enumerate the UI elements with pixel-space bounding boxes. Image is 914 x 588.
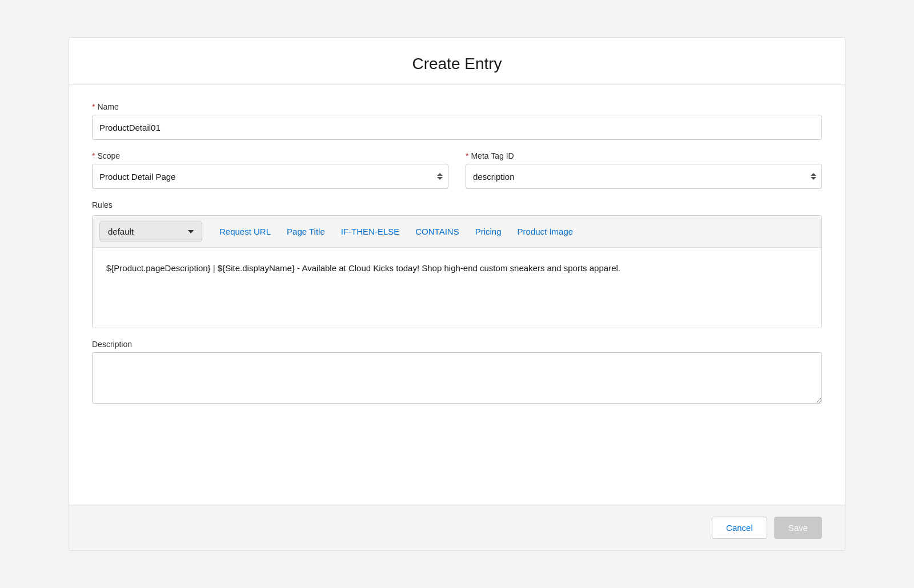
tab-request-url[interactable]: Request URL (211, 222, 279, 241)
rules-section: Rules default Request URL Page Title IF-… (92, 200, 822, 328)
rules-dropdown-label: default (108, 227, 134, 236)
scope-metatag-row: *Scope Product Detail Page Home Page Cat… (92, 151, 822, 189)
rules-container: default Request URL Page Title IF-THEN-E… (92, 215, 822, 328)
meta-tag-id-select-wrapper: description keywords og:title og:descrip… (466, 164, 822, 189)
scope-col: *Scope Product Detail Page Home Page Cat… (92, 151, 448, 189)
scope-label: *Scope (92, 151, 448, 160)
rules-label: Rules (92, 200, 822, 210)
meta-tag-required-star: * (466, 151, 468, 160)
dropdown-chevron-icon (188, 230, 194, 233)
meta-tag-id-col: *Meta Tag ID description keywords og:tit… (466, 151, 822, 189)
description-textarea[interactable] (92, 352, 822, 404)
modal-title: Create Entry (81, 55, 833, 73)
modal-body: *Name *Scope Product Detail Page Home Pa… (69, 85, 845, 505)
scope-select[interactable]: Product Detail Page Home Page Category P… (92, 164, 448, 189)
tab-if-then-else[interactable]: IF-THEN-ELSE (333, 222, 408, 241)
tab-contains[interactable]: CONTAINS (407, 222, 467, 241)
meta-tag-id-select[interactable]: description keywords og:title og:descrip… (466, 164, 822, 189)
modal-footer: Cancel Save (69, 505, 845, 550)
rules-content-area: ${Product.pageDescription} | ${Site.disp… (93, 248, 821, 328)
scope-required-star: * (92, 151, 95, 160)
name-label: *Name (92, 102, 822, 111)
save-button[interactable]: Save (774, 517, 822, 539)
meta-tag-id-label: *Meta Tag ID (466, 151, 822, 160)
description-section: Description (92, 340, 822, 406)
create-entry-modal: Create Entry *Name *Scope Product Detail… (69, 37, 845, 551)
tab-page-title[interactable]: Page Title (279, 222, 333, 241)
rules-dropdown-button[interactable]: default (99, 221, 202, 241)
scope-select-wrapper: Product Detail Page Home Page Category P… (92, 164, 448, 189)
description-label: Description (92, 340, 822, 349)
tab-product-image[interactable]: Product Image (510, 222, 582, 241)
rules-toolbar: default Request URL Page Title IF-THEN-E… (93, 216, 821, 248)
name-input[interactable] (92, 115, 822, 140)
cancel-button[interactable]: Cancel (712, 517, 767, 539)
rules-content-text: ${Product.pageDescription} | ${Site.disp… (106, 263, 620, 273)
name-field-group: *Name (92, 102, 822, 140)
modal-header: Create Entry (69, 38, 845, 85)
name-required-star: * (92, 102, 95, 111)
tab-pricing[interactable]: Pricing (467, 222, 510, 241)
